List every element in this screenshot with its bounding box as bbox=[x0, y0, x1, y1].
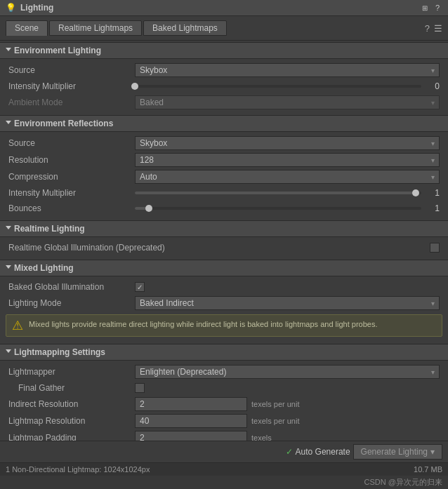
lightmap-res-value: 40 texels per unit bbox=[135, 414, 440, 428]
indirect-res-input-row: 2 texels per unit bbox=[135, 397, 440, 411]
help-button[interactable]: ? bbox=[433, 3, 442, 13]
section-env-reflections[interactable]: Environment Reflections bbox=[0, 115, 448, 132]
info-icon: ⚠ bbox=[12, 319, 23, 332]
refl-intensity-val: 1 bbox=[426, 188, 440, 198]
refl-intensity-value: 1 bbox=[135, 188, 440, 198]
realtime-gi-label: Realtime Global Illumination (Deprecated… bbox=[8, 243, 430, 253]
tab-help-icon[interactable]: ? bbox=[425, 23, 430, 34]
refl-bounces-thumb[interactable] bbox=[145, 205, 152, 212]
env-intensity-val: 0 bbox=[426, 81, 440, 91]
lightmapper-label: Lightmapper bbox=[8, 367, 135, 377]
refl-intensity-label: Intensity Multiplier bbox=[8, 188, 135, 198]
env-source-label: Source bbox=[8, 65, 135, 75]
lighting-mode-label: Lighting Mode bbox=[8, 298, 135, 308]
refl-compression-label: Compression bbox=[8, 172, 135, 182]
refl-source-label: Source bbox=[8, 138, 135, 148]
refl-intensity-slider[interactable]: 1 bbox=[135, 188, 440, 198]
realtime-gi-checkbox-container bbox=[430, 243, 440, 253]
refl-source-dropdown[interactable]: Skybox ▾ bbox=[135, 136, 440, 150]
refl-resolution-text: 128 bbox=[140, 155, 154, 165]
indirect-res-row: Indirect Resolution 2 texels per unit bbox=[0, 396, 448, 413]
final-gather-value bbox=[135, 383, 440, 393]
mixed-lighting-block: Baked Global Illumination Lighting Mode … bbox=[0, 276, 448, 342]
tab-scene[interactable]: Scene bbox=[6, 20, 48, 36]
env-intensity-label: Intensity Multiplier bbox=[8, 81, 135, 91]
refl-bounces-val: 1 bbox=[426, 203, 440, 213]
tab-menu-icon[interactable]: ☰ bbox=[434, 23, 442, 34]
generate-lighting-button[interactable]: Generate Lighting ▾ bbox=[353, 444, 442, 460]
indirect-res-label: Indirect Resolution bbox=[8, 399, 135, 409]
section-env-lighting-label: Environment Lighting bbox=[14, 46, 101, 55]
refl-source-value: Skybox ▾ bbox=[135, 136, 440, 150]
refl-intensity-thumb[interactable] bbox=[412, 189, 419, 196]
tab-baked-lightmaps[interactable]: Baked Lightmaps bbox=[143, 20, 227, 36]
refl-bounces-value: 1 bbox=[135, 203, 440, 213]
section-triangle-env-lighting bbox=[6, 48, 11, 54]
realtime-lighting-block: Realtime Global Illumination (Deprecated… bbox=[0, 237, 448, 258]
section-triangle-lightmapping bbox=[6, 349, 11, 356]
env-source-dropdown[interactable]: Skybox ▾ bbox=[135, 63, 440, 77]
indirect-res-value: 2 texels per unit bbox=[135, 397, 440, 411]
env-source-text: Skybox bbox=[140, 65, 167, 75]
refl-resolution-label: Resolution bbox=[8, 155, 135, 165]
section-mixed-lighting[interactable]: Mixed Lighting bbox=[0, 260, 448, 276]
refl-compression-text: Auto bbox=[140, 172, 157, 182]
refl-resolution-dropdown[interactable]: 128 ▾ bbox=[135, 153, 440, 167]
window-icon: 💡 bbox=[6, 3, 16, 13]
bottom-bar: ✓ Auto Generate Generate Lighting ▾ 1 No… bbox=[0, 441, 448, 489]
lighting-mode-row: Lighting Mode Baked Indirect ▾ bbox=[0, 295, 448, 312]
main-content: Environment Lighting Source Skybox ▾ Int… bbox=[0, 41, 448, 469]
info-text: Mixed lights provide realtime direct lig… bbox=[29, 319, 377, 330]
refl-intensity-track bbox=[135, 192, 421, 194]
baked-gi-checkbox[interactable] bbox=[135, 282, 145, 292]
section-environment-lighting[interactable]: Environment Lighting bbox=[0, 42, 448, 59]
refl-compression-arrow: ▾ bbox=[431, 173, 435, 181]
tabs-bar: Scene Realtime Lightmaps Baked Lightmaps… bbox=[0, 16, 448, 41]
env-ambient-row: Ambient Mode Baked ▾ bbox=[0, 94, 448, 111]
maximize-button[interactable]: ⊞ bbox=[420, 3, 430, 13]
indirect-res-unit: texels per unit bbox=[251, 400, 299, 408]
generate-lighting-arrow: ▾ bbox=[430, 447, 435, 457]
env-reflections-block: Source Skybox ▾ Resolution 128 ▾ Compres… bbox=[0, 132, 448, 219]
refl-source-arrow: ▾ bbox=[431, 140, 435, 147]
realtime-gi-checkbox[interactable] bbox=[430, 243, 440, 253]
indirect-res-input[interactable]: 2 bbox=[135, 397, 247, 411]
refl-resolution-row: Resolution 128 ▾ bbox=[0, 152, 448, 168]
lightmap-res-input[interactable]: 40 bbox=[135, 414, 247, 428]
refl-bounces-slider[interactable]: 1 bbox=[135, 203, 440, 213]
section-realtime-lighting[interactable]: Realtime Lighting bbox=[0, 220, 448, 237]
baked-gi-row: Baked Global Illumination bbox=[0, 279, 448, 295]
tabs-group: Scene Realtime Lightmaps Baked Lightmaps bbox=[6, 20, 227, 36]
refl-compression-dropdown[interactable]: Auto ▾ bbox=[135, 170, 440, 184]
lighting-mode-dropdown[interactable]: Baked Indirect ▾ bbox=[135, 296, 440, 310]
env-ambient-label: Ambient Mode bbox=[8, 98, 135, 107]
section-triangle-realtime bbox=[6, 226, 11, 232]
refl-bounces-track bbox=[135, 207, 421, 210]
section-triangle-mixed bbox=[6, 265, 11, 272]
status-left: 1 Non-Directional Lightmap: 1024x1024px bbox=[6, 465, 150, 474]
env-intensity-thumb[interactable] bbox=[131, 83, 138, 90]
section-triangle-env-reflections bbox=[6, 121, 11, 127]
final-gather-row: Final Gather bbox=[0, 380, 448, 396]
env-source-row: Source Skybox ▾ bbox=[0, 62, 448, 79]
section-lightmapping-label: Lightmapping Settings bbox=[14, 347, 105, 357]
lightmapper-dropdown[interactable]: Enlighten (Deprecated) ▾ bbox=[135, 365, 440, 379]
baked-gi-label: Baked Global Illumination bbox=[8, 282, 135, 292]
realtime-gi-row: Realtime Global Illumination (Deprecated… bbox=[0, 240, 448, 255]
section-realtime-label: Realtime Lighting bbox=[14, 224, 85, 234]
env-intensity-row: Intensity Multiplier 0 bbox=[0, 79, 448, 94]
tab-realtime-lightmaps[interactable]: Realtime Lightmaps bbox=[49, 20, 142, 36]
env-ambient-text: Baked bbox=[140, 98, 164, 107]
refl-compression-value: Auto ▾ bbox=[135, 170, 440, 184]
final-gather-checkbox[interactable] bbox=[135, 383, 145, 393]
auto-generate-checkmark: ✓ bbox=[286, 447, 293, 457]
final-gather-label: Final Gather bbox=[8, 383, 135, 393]
window-title: Lighting bbox=[20, 3, 53, 13]
refl-source-text: Skybox bbox=[140, 138, 167, 148]
env-ambient-dropdown[interactable]: Baked ▾ bbox=[135, 95, 440, 109]
lighting-mode-value: Baked Indirect ▾ bbox=[135, 296, 440, 310]
env-intensity-slider[interactable]: 0 bbox=[135, 81, 440, 91]
bottom-actions: ✓ Auto Generate Generate Lighting ▾ bbox=[0, 441, 448, 462]
auto-generate-container: ✓ Auto Generate bbox=[286, 447, 350, 457]
section-lightmapping[interactable]: Lightmapping Settings bbox=[0, 344, 448, 361]
